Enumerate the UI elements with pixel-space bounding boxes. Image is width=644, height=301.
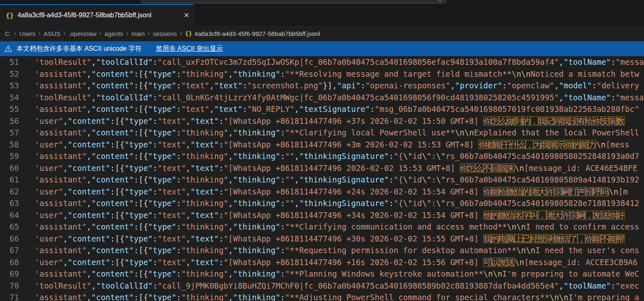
line-number: 69	[0, 268, 19, 280]
code-text: 'toolResult","toolCallId":"call_9jPMK0Bg…	[19, 280, 639, 292]
code-editor[interactable]: 51'toolResult","toolCallId":"call_uxFzOT…	[0, 56, 644, 301]
code-text: 'toolResult","toolCallId":"call_uxFzOTCv…	[19, 56, 644, 68]
title-bar	[0, 0, 644, 4]
line-number: 53	[0, 80, 19, 92]
code-line[interactable]: 69'assistant","content":[{"type":"thinki…	[0, 268, 644, 280]
code-line[interactable]: 67'assistant","content":[{"type":"thinki…	[0, 244, 644, 256]
unicode-warning-banner: 本文档包含许多非基本 ASCII unicode 字符 禁用非 ASCII 突出…	[0, 41, 644, 56]
breadcrumb-item[interactable]: .openclaw	[69, 30, 97, 37]
line-number: 56	[0, 115, 19, 127]
code-text: 'assistant","content":[{"type":"thinking…	[19, 197, 639, 209]
code-line[interactable]: 54'toolResult","toolCallId":"call_0LnKGr…	[0, 92, 644, 104]
code-line[interactable]: 62'user","content":[{"type":"text","text…	[0, 186, 644, 198]
json-file-icon: {}	[185, 30, 192, 37]
line-number: 61	[0, 174, 19, 186]
tab-jsonl-file[interactable]: {} 4a8a3cf8-a4d3-45f6-9927-58bab7bb5bff.…	[0, 4, 194, 26]
code-text: 'assistant","content":[{"type":"thinking…	[19, 221, 639, 233]
line-number: 60	[0, 162, 19, 174]
breadcrumb-file[interactable]: 4a8a3cf8-a4d3-45f6-9927-58bab7bb5bff.jso…	[194, 30, 320, 37]
disable-ascii-highlight-link[interactable]: 禁用非 ASCII 突出显示	[156, 45, 223, 53]
breadcrumb-item[interactable]: agents	[104, 30, 123, 37]
code-text: 'assistant","content":[{"type":"thinking…	[19, 68, 639, 80]
line-number: 58	[0, 139, 19, 151]
code-text: 'assistant","content":[{"type":"text","t…	[19, 80, 639, 92]
line-number: 70	[0, 280, 19, 292]
tab-title: 4a8a3cf8-a4d3-45f6-9927-58bab7bb5bff.jso…	[17, 12, 151, 19]
chevron-right-icon: ›	[11, 29, 19, 38]
command-center-search[interactable]	[141, 0, 446, 3]
line-number: 62	[0, 186, 19, 198]
code-line[interactable]: 51'toolResult","toolCallId":"call_uxFzOT…	[0, 56, 644, 68]
editor-tab-bar: {} 4a8a3cf8-a4d3-45f6-9927-58bab7bb5bff.…	[0, 4, 644, 26]
code-text: 'user","content":[{"type":"text","text":…	[19, 233, 625, 245]
code-line[interactable]: 56'user","content":[{"type":"text","text…	[0, 115, 644, 127]
line-number: 54	[0, 92, 19, 104]
vscode-window: {} 4a8a3cf8-a4d3-45f6-9927-58bab7bb5bff.…	[0, 0, 644, 301]
code-text: 'assistant","content":[{"type":"thinking…	[19, 150, 639, 162]
layout-icon[interactable]	[438, 0, 442, 1]
line-number: 63	[0, 197, 19, 209]
line-number: 57	[0, 127, 19, 139]
breadcrumb-item[interactable]: main	[131, 30, 145, 37]
code-line[interactable]: 52'assistant","content":[{"type":"thinki…	[0, 68, 644, 80]
code-text: 'user","content":[{"type":"text","text":…	[19, 162, 637, 174]
line-number: 67	[0, 244, 19, 256]
code-line[interactable]: 70'toolResult","toolCallId":"call_9jPMK0…	[0, 280, 644, 292]
code-line[interactable]: 63'assistant","content":[{"type":"thinki…	[0, 197, 644, 209]
line-number: 64	[0, 209, 19, 221]
code-line[interactable]: 71'assistant","content":[{"type":"thinki…	[0, 292, 644, 301]
code-line[interactable]: 65'assistant","content":[{"type":"thinki…	[0, 221, 644, 233]
code-line[interactable]: 59'assistant","content":[{"type":"thinki…	[0, 150, 644, 162]
line-number: 51	[0, 56, 19, 68]
line-number: 66	[0, 233, 19, 245]
chevron-right-icon: ›	[145, 29, 153, 38]
code-text: 'user","content":[{"type":"text","text":…	[19, 186, 628, 198]
code-line[interactable]: 68'user","content":[{"type":"text","text…	[0, 256, 644, 268]
code-text: 'user","content":[{"type":"text","text":…	[19, 209, 625, 221]
banner-message: 本文档包含许多非基本 ASCII unicode 字符	[17, 45, 142, 53]
code-text: 'assistant","content":[{"type":"thinking…	[19, 268, 639, 280]
code-text: 'assistant","content":[{"type":"thinking…	[19, 244, 639, 256]
code-text: 'assistant","content":[{"type":"thinking…	[19, 174, 639, 186]
code-line[interactable]: 61'assistant","content":[{"type":"thinki…	[0, 174, 644, 186]
code-line[interactable]: 53'assistant","content":[{"type":"text",…	[0, 80, 644, 92]
line-number: 68	[0, 256, 19, 268]
code-text: 'user","content":[{"type":"text","text":…	[19, 256, 637, 268]
code-line[interactable]: 55'assistant","content":[{"type":"text",…	[0, 103, 644, 115]
code-line[interactable]: 66'user","content":[{"type":"text","text…	[0, 233, 644, 245]
code-text: 'assistant","content":[{"type":"thinking…	[19, 127, 639, 139]
code-text: 'assistant","content":[{"type":"text","t…	[19, 103, 639, 115]
json-file-icon: {}	[6, 12, 14, 19]
breadcrumb: C:›Users›ASUS›.openclaw›agents›main›sess…	[0, 26, 644, 41]
chevron-right-icon: ›	[36, 29, 44, 38]
chevron-right-icon: ›	[60, 29, 69, 38]
line-number: 65	[0, 221, 19, 233]
line-number: 59	[0, 150, 19, 162]
breadcrumb-item[interactable]: Users	[19, 30, 36, 37]
tab-close-icon[interactable]: ×	[184, 11, 189, 20]
chevron-right-icon: ›	[123, 29, 131, 38]
breadcrumb-item[interactable]: ASUS	[44, 30, 61, 37]
chevron-right-icon: ›	[177, 29, 185, 38]
code-line[interactable]: 57'assistant","content":[{"type":"thinki…	[0, 127, 644, 139]
line-number: 71	[0, 292, 19, 301]
chevron-right-icon: ›	[97, 29, 105, 38]
warning-icon	[4, 45, 12, 52]
code-text: 'user","content":[{"type":"text","text":…	[19, 139, 629, 151]
code-text: 'user","content":[{"type":"text","text":…	[19, 115, 625, 127]
line-number: 52	[0, 68, 19, 80]
breadcrumb-item[interactable]: sessions	[153, 30, 177, 37]
code-text: 'toolResult","toolCallId":"call_0LnKGr4t…	[19, 92, 644, 104]
code-line[interactable]: 58'user","content":[{"type":"text","text…	[0, 139, 644, 151]
breadcrumb-item[interactable]: C:	[5, 30, 11, 37]
line-number: 55	[0, 103, 19, 115]
code-line[interactable]: 60'user","content":[{"type":"text","text…	[0, 162, 644, 174]
code-line[interactable]: 64'user","content":[{"type":"text","text…	[0, 209, 644, 221]
code-text: 'assistant","content":[{"type":"thinking…	[19, 292, 639, 301]
